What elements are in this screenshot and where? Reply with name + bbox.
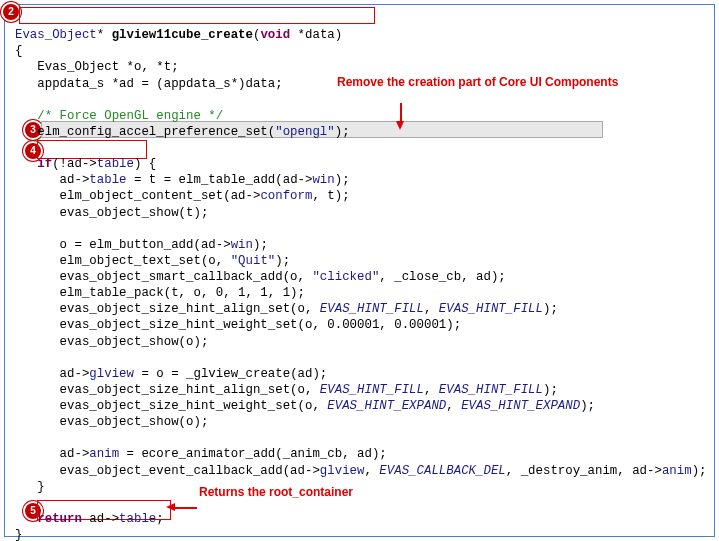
tok: }: [15, 480, 45, 494]
tok: glview: [320, 464, 365, 478]
tok: if: [15, 157, 52, 171]
tok: EVAS_HINT_FILL: [439, 302, 543, 316]
tok: evas_object_event_callback_add(ad->: [15, 464, 320, 478]
tok: EVAS_HINT_FILL: [320, 383, 424, 397]
tok: ad->: [15, 367, 89, 381]
tok: ,: [424, 302, 439, 316]
tok: void: [260, 28, 290, 42]
tok: ,: [424, 383, 439, 397]
tok: EVAS_CALLBACK_DEL: [379, 464, 505, 478]
tok: elm_object_text_set(o,: [15, 254, 231, 268]
code-screenshot-frame: 2 3 4 5 Remove the creation part of Core…: [4, 4, 715, 537]
tok: *data): [290, 28, 342, 42]
tok: glview11cube_create: [112, 28, 253, 42]
tok: "Quit": [231, 254, 276, 268]
tok: conform: [260, 189, 312, 203]
tok: return: [15, 512, 82, 526]
tok: "clicked": [312, 270, 379, 284]
tok: EVAS_HINT_FILL: [439, 383, 543, 397]
tok: }: [15, 528, 22, 541]
tok: );: [580, 399, 595, 413]
tok: );: [543, 383, 558, 397]
tok: table: [97, 157, 134, 171]
tok: );: [335, 173, 350, 187]
tok: evas_object_size_hint_align_set(o,: [15, 302, 320, 316]
tok: , _destroy_anim, ad->: [506, 464, 662, 478]
tok: EVAS_HINT_EXPAND: [327, 399, 446, 413]
tok: (!ad->: [52, 157, 97, 171]
tok: );: [543, 302, 558, 316]
tok: , _close_cb, ad);: [379, 270, 505, 284]
tok: glview: [89, 367, 134, 381]
tok: ) {: [134, 157, 156, 171]
tok: evas_object_show(o);: [15, 415, 208, 429]
tok: );: [253, 238, 268, 252]
tok: evas_object_show(t);: [15, 206, 208, 220]
tok: anim: [89, 447, 119, 461]
tok: ,: [364, 464, 379, 478]
tok: EVAS_HINT_EXPAND: [461, 399, 580, 413]
tok: evas_object_size_hint_weight_set(o, 0.00…: [15, 318, 461, 332]
tok: EVAS_HINT_FILL: [320, 302, 424, 316]
tok: evas_object_smart_callback_add(o,: [15, 270, 312, 284]
tok: win: [312, 173, 334, 187]
tok: appdata_s *ad = (appdata_s*)data;: [15, 77, 283, 91]
tok: = ecore_animator_add(_anim_cb, ad);: [119, 447, 387, 461]
tok: *: [97, 28, 112, 42]
tok: Evas_Object *o, *t;: [15, 60, 179, 74]
tok: table: [119, 512, 156, 526]
tok: );: [275, 254, 290, 268]
tok: , t);: [312, 189, 349, 203]
tok: = t = elm_table_add(ad->: [127, 173, 313, 187]
tok: table: [89, 173, 126, 187]
tok: evas_object_size_hint_weight_set(o,: [15, 399, 327, 413]
tok: ad->: [15, 173, 89, 187]
tok: );: [692, 464, 707, 478]
tok: elm_config_accel_preference_set(: [15, 125, 275, 139]
tok: evas_object_show(o);: [15, 335, 208, 349]
code-block: Evas_Object* glview11cube_create(void *d…: [15, 11, 708, 541]
tok: {: [15, 44, 22, 58]
tok: anim: [662, 464, 692, 478]
tok: Evas_Object: [15, 28, 97, 42]
tok: ;: [156, 512, 163, 526]
tok: elm_table_pack(t, o, 0, 1, 1, 1);: [15, 286, 305, 300]
tok: = o = _glview_create(ad);: [134, 367, 327, 381]
tok: ,: [446, 399, 461, 413]
tok: /* Force OpenGL engine */: [15, 109, 223, 123]
tok: );: [335, 125, 350, 139]
tok: "opengl": [275, 125, 335, 139]
tok: ad->: [15, 447, 89, 461]
tok: win: [231, 238, 253, 252]
tok: elm_object_content_set(ad->: [15, 189, 260, 203]
tok: evas_object_size_hint_align_set(o,: [15, 383, 320, 397]
tok: o = elm_button_add(ad->: [15, 238, 231, 252]
tok: ad->: [82, 512, 119, 526]
